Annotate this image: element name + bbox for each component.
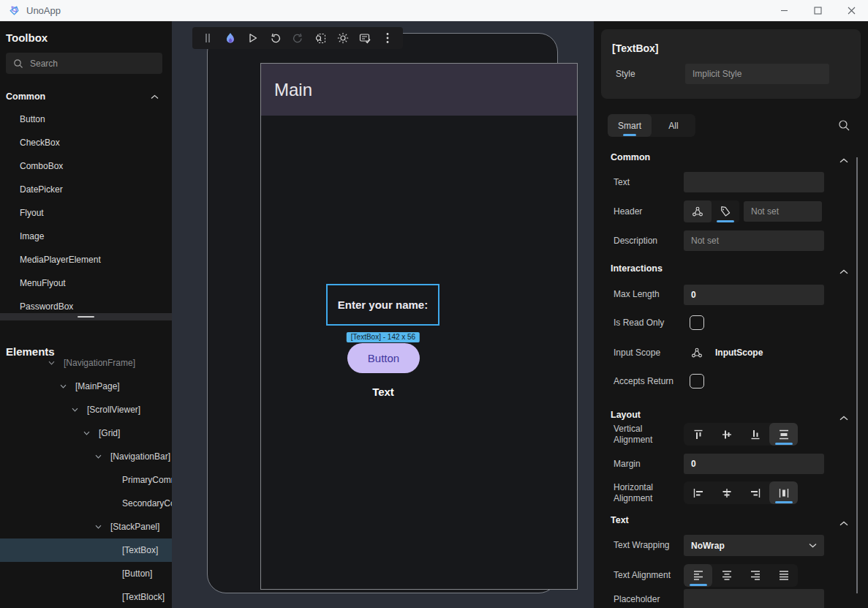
more-menu-icon[interactable] [380, 30, 396, 46]
valign-center-icon[interactable] [712, 423, 741, 446]
accepts-return-checkbox[interactable] [690, 374, 704, 389]
chevron-up-icon[interactable] [839, 410, 848, 424]
tree-item-stackpanel[interactable]: [StackPanel] [0, 515, 172, 538]
toolbox-item-datepicker[interactable]: DatePicker [0, 178, 172, 201]
theme-brightness-icon[interactable] [335, 30, 351, 46]
tree-item-navigationbar[interactable]: [NavigationBar] [0, 445, 172, 468]
redo-icon[interactable] [290, 30, 306, 46]
search-input[interactable] [30, 59, 147, 69]
is-read-only-checkbox[interactable] [690, 315, 704, 330]
toolbox-item-image[interactable]: Image [0, 225, 172, 248]
active-alignment-indicator [690, 584, 707, 586]
toolbox-item-checkbox[interactable]: CheckBox [0, 131, 172, 154]
chevron-down-icon[interactable] [60, 384, 67, 389]
chevron-up-icon[interactable] [839, 153, 848, 166]
splitter-grip [78, 316, 94, 318]
prop-row-horizontal-alignment: Horizontal Alignment [594, 481, 868, 504]
close-button[interactable] [834, 0, 868, 21]
valign-stretch-icon[interactable] [769, 423, 798, 446]
tree-item-secondarycommands[interactable]: SecondaryCommands [0, 492, 172, 515]
selected-element-card: [TextBox] Style [601, 29, 861, 99]
prop-row-is-read-only: Is Read Only [594, 315, 868, 331]
tree-item-textbox[interactable]: [TextBox] [0, 538, 172, 562]
maximize-button[interactable] [801, 0, 834, 21]
tab-smart[interactable]: Smart [608, 114, 652, 137]
toolbox-item-button[interactable]: Button [0, 108, 172, 131]
tree-item-mainpage[interactable]: [MainPage] [0, 375, 172, 398]
text-align-center-icon[interactable] [712, 564, 741, 587]
horizontal-alignment-group [684, 481, 798, 504]
tree-item-grid[interactable]: [Grid] [0, 421, 172, 445]
halign-left-icon[interactable] [684, 481, 712, 504]
header-field[interactable] [744, 201, 822, 222]
element-picker-icon[interactable] [312, 30, 328, 46]
text-align-left-icon[interactable] [684, 564, 712, 587]
tree-item-primarycommands[interactable]: PrimaryCommands [0, 468, 172, 492]
tab-all[interactable]: All [652, 114, 695, 137]
chevron-down-icon[interactable] [95, 454, 102, 459]
style-field[interactable] [685, 64, 829, 84]
text-align-right-icon[interactable] [741, 564, 769, 587]
search-icon[interactable] [838, 119, 850, 135]
section-text: Text [611, 515, 629, 525]
panel-splitter[interactable] [0, 313, 172, 320]
prop-row-description: Description [594, 230, 868, 251]
halign-stretch-icon[interactable] [769, 481, 798, 504]
toolbox-section-label: Common [6, 91, 45, 102]
halign-right-icon[interactable] [741, 481, 769, 504]
margin-field[interactable] [684, 454, 824, 474]
active-toggle-indicator [717, 220, 734, 222]
halign-center-icon[interactable] [712, 481, 741, 504]
minimize-button[interactable] [767, 0, 801, 21]
text-wrapping-dropdown[interactable]: NoWrap [684, 535, 824, 556]
toolbox-title: Toolbox [6, 31, 48, 44]
tag-icon[interactable] [712, 200, 739, 222]
undo-icon[interactable] [267, 30, 283, 46]
toolbar-drag-handle-icon[interactable] [200, 30, 216, 46]
prop-row-text-wrapping: Text Wrapping NoWrap [594, 535, 868, 556]
text-field[interactable] [684, 172, 824, 192]
chevron-up-icon[interactable] [839, 516, 848, 529]
chevron-down-icon[interactable] [95, 525, 102, 529]
canvas-textblock-element[interactable]: Text [372, 386, 394, 398]
vertical-alignment-group [684, 423, 798, 446]
valign-top-icon[interactable] [684, 423, 712, 446]
input-scope-value[interactable]: InputScope [715, 348, 763, 358]
chevron-up-icon [151, 94, 159, 100]
chevron-down-icon[interactable] [83, 431, 90, 435]
device-settings-icon[interactable] [357, 30, 373, 46]
toolbox-section-common[interactable]: Common [0, 88, 172, 105]
description-field[interactable] [684, 230, 824, 251]
toolbox-item-mediaplayerelement[interactable]: MediaPlayerElement [0, 248, 172, 271]
prop-row-input-scope: Input Scope InputScope [594, 345, 868, 360]
placeholder-field[interactable] [684, 589, 824, 608]
prop-row-placeholder: Placeholder [594, 589, 868, 608]
title-bar: UnoApp [0, 0, 868, 21]
canvas-button-element[interactable]: Button [347, 343, 420, 373]
panel-scrollbar[interactable] [856, 157, 858, 593]
selected-textbox-element[interactable]: Enter your name: [326, 284, 439, 326]
valign-bottom-icon[interactable] [741, 423, 769, 446]
toolbox-item-combobox[interactable]: ComboBox [0, 154, 172, 178]
tree-item-navigationframe[interactable]: [NavigationFrame] [0, 351, 172, 375]
tree-item-button[interactable]: [Button] [0, 562, 172, 585]
style-label: Style [616, 69, 635, 79]
max-length-field[interactable] [684, 285, 824, 305]
chevron-down-icon[interactable] [72, 408, 78, 412]
tree-item-scrollviewer[interactable]: [ScrollViewer] [0, 398, 172, 421]
hot-reload-flame-icon[interactable] [222, 30, 238, 46]
active-alignment-indicator [775, 501, 793, 503]
toolbox-item-menuflyout[interactable]: MenuFlyout [0, 271, 172, 295]
toolbox-search[interactable] [6, 53, 162, 74]
text-align-justify-icon[interactable] [769, 564, 798, 587]
active-alignment-indicator [775, 443, 793, 445]
play-icon[interactable] [245, 30, 261, 46]
chevron-down-icon[interactable] [48, 361, 55, 365]
tree-item-textblock[interactable]: [TextBlock] [0, 585, 172, 608]
app-screen[interactable]: Main [260, 63, 578, 590]
section-common: Common [611, 152, 650, 162]
chevron-up-icon[interactable] [839, 264, 848, 277]
toolbox-item-flyout[interactable]: Flyout [0, 201, 172, 225]
binding-icon[interactable] [684, 200, 712, 222]
design-canvas[interactable]: Main Enter your name: [TextBox] - 142 x … [172, 21, 594, 608]
